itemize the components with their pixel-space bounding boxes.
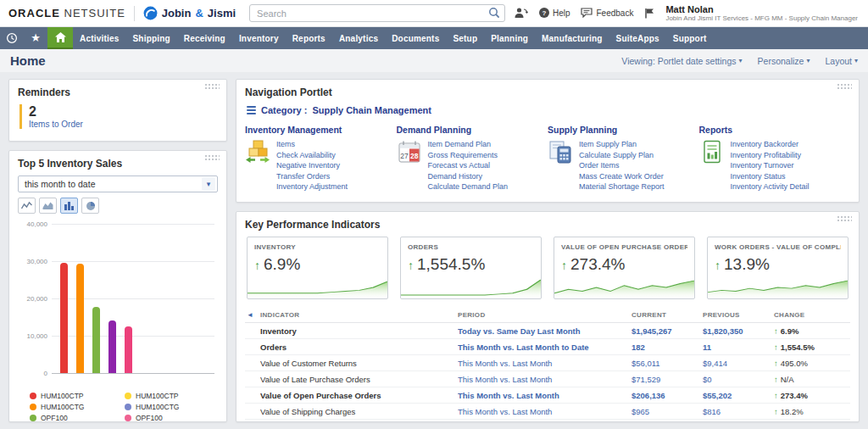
- home-icon: [55, 32, 66, 42]
- portlet-drag-handle[interactable]: [837, 83, 852, 89]
- chart-type-buttons: [18, 198, 218, 214]
- nav-item-analytics[interactable]: Analytics: [332, 27, 385, 49]
- kpi-period-cell[interactable]: This Month vs. Last Month: [458, 420, 632, 423]
- kpi-previous-cell[interactable]: $85,180: [703, 420, 774, 423]
- kpi-current-cell[interactable]: $97,016: [632, 420, 703, 423]
- shortcuts-button[interactable]: ★: [24, 27, 47, 49]
- search-input[interactable]: [249, 4, 505, 22]
- nav-item-shipping[interactable]: Shipping: [125, 27, 176, 49]
- user-menu[interactable]: Matt Nolan Jobin And Jismi IT Services -…: [665, 4, 860, 23]
- nav-link[interactable]: Forecast vs Actual: [428, 160, 509, 171]
- nav-item-activities[interactable]: Activities: [73, 27, 125, 49]
- kpi-period-cell[interactable]: This Month vs. Last Month: [458, 404, 632, 420]
- nav-item-documents[interactable]: Documents: [385, 27, 446, 49]
- kpi-card[interactable]: INVENTORY↑6.9%: [247, 237, 388, 299]
- legend-label: HUM100CTP: [136, 392, 179, 400]
- kpi-previous-cell[interactable]: $9,414: [703, 355, 774, 371]
- chart-bar[interactable]: [108, 320, 116, 373]
- kpi-period-cell[interactable]: This Month vs. Last Month: [458, 371, 632, 387]
- recent-records-button[interactable]: [0, 27, 24, 49]
- kpi-previous-cell[interactable]: $816: [703, 404, 774, 420]
- nav-link[interactable]: Inventory Backorder: [731, 139, 810, 150]
- category-row[interactable]: Category : Supply Chain Management: [247, 104, 850, 116]
- chart-bar[interactable]: [76, 264, 84, 373]
- nav-link[interactable]: Inventory Status: [731, 171, 810, 182]
- nav-item-manufacturing[interactable]: Manufacturing: [535, 27, 609, 49]
- nav-link[interactable]: Inventory Turnover: [731, 160, 810, 171]
- date-range-select[interactable]: this month to date ▾: [18, 176, 218, 192]
- kpi-previous-cell[interactable]: $1,820,350: [703, 323, 774, 339]
- kpi-table-collapse-toggle[interactable]: ◄: [245, 308, 260, 323]
- line-chart-button[interactable]: [18, 198, 36, 214]
- nav-link[interactable]: Negative Inventory: [276, 160, 348, 171]
- kpi-current-cell[interactable]: $1,945,267: [632, 323, 703, 339]
- nav-link[interactable]: Item Demand Plan: [428, 139, 509, 150]
- kpi-period-cell[interactable]: This Month vs. Last Month: [458, 355, 632, 371]
- kpi-current-cell[interactable]: $56,011: [632, 355, 703, 371]
- kpi-sparkline: [554, 276, 694, 298]
- flag-icon[interactable]: [644, 8, 654, 19]
- nav-link[interactable]: Demand History: [428, 171, 509, 182]
- nav-link[interactable]: Inventory Activity Detail: [731, 181, 810, 192]
- nav-link[interactable]: Material Shortage Report: [579, 181, 665, 192]
- nav-item-receiving[interactable]: Receiving: [177, 27, 232, 49]
- nav-link[interactable]: Transfer Orders: [276, 171, 348, 182]
- help-button[interactable]: ? Help: [539, 8, 570, 18]
- kpi-current-cell[interactable]: 182: [632, 339, 703, 355]
- roles-icon[interactable]: [514, 7, 528, 20]
- kpi-card[interactable]: ORDERS↑1,554.5%: [400, 237, 542, 299]
- kpi-current-cell[interactable]: $965: [632, 404, 703, 420]
- kpi-previous-cell[interactable]: 11: [703, 339, 774, 355]
- nav-link[interactable]: Check Availability: [276, 150, 348, 161]
- kpi-change-cell: ↑N/A: [774, 371, 850, 387]
- nav-item-setup[interactable]: Setup: [446, 27, 484, 49]
- chart-bar[interactable]: [92, 307, 100, 373]
- nav-link[interactable]: Order Items: [579, 160, 665, 171]
- pie-chart-button[interactable]: [81, 198, 99, 214]
- kpi-portlet: Key Performance Indicators INVENTORY↑6.9…: [236, 211, 860, 422]
- layout-dropdown[interactable]: Layout ▾: [825, 56, 858, 66]
- nav-link[interactable]: Mass Create Work Order: [579, 171, 665, 182]
- chart-bar[interactable]: [60, 263, 68, 373]
- nav-item-support[interactable]: Support: [666, 27, 714, 49]
- kpi-current-cell[interactable]: $71,529: [632, 371, 703, 387]
- kpi-card-label: ORDERS: [408, 243, 534, 251]
- kpi-current-cell[interactable]: $206,136: [632, 387, 703, 404]
- nav-link[interactable]: Item Supply Plan: [579, 139, 665, 150]
- portlet-drag-handle[interactable]: [204, 83, 220, 89]
- items-to-order-link[interactable]: Items to Order: [29, 120, 218, 129]
- portlet-drag-handle[interactable]: [837, 215, 852, 221]
- nav-item-planning[interactable]: Planning: [484, 27, 535, 49]
- chart-bar[interactable]: [125, 326, 132, 373]
- nav-section-calculator: Supply PlanningItem Supply PlanCalculate…: [548, 120, 699, 192]
- nav-link[interactable]: Inventory Profitability: [731, 150, 810, 161]
- viewing-dropdown[interactable]: Viewing: Portlet date settings ▾: [621, 56, 742, 66]
- nav-link[interactable]: Items: [276, 139, 348, 150]
- kpi-card[interactable]: VALUE OF OPEN PURCHASE ORDERS↑273.4%: [554, 237, 695, 299]
- portlet-drag-handle[interactable]: [204, 154, 220, 160]
- viewing-label: Viewing: Portlet date settings: [621, 56, 736, 66]
- kpi-previous-cell[interactable]: $55,202: [703, 387, 774, 404]
- home-tab-active[interactable]: [47, 27, 73, 49]
- up-arrow-icon: ↑: [774, 359, 778, 368]
- kpi-card[interactable]: WORK ORDERS - VALUE OF COMPLETED↑13.9%: [707, 237, 849, 299]
- nav-link[interactable]: Inventory Adjustment: [276, 181, 348, 192]
- nav-link[interactable]: Calculate Supply Plan: [579, 150, 665, 161]
- search-icon[interactable]: [488, 7, 500, 19]
- feedback-button[interactable]: Feedback: [581, 8, 633, 18]
- nav-item-suiteapps[interactable]: SuiteApps: [609, 27, 666, 49]
- kpi-period-cell[interactable]: Today vs. Same Day Last Month: [458, 323, 632, 339]
- bar-chart-button[interactable]: [60, 198, 78, 214]
- reminder-item[interactable]: 2 Items to Order: [19, 104, 218, 129]
- personalize-dropdown[interactable]: Personalize ▾: [758, 56, 810, 66]
- area-chart-button[interactable]: [39, 198, 57, 214]
- nav-link[interactable]: Calculate Demand Plan: [428, 181, 509, 192]
- kpi-period-cell[interactable]: This Month vs. Last Month: [458, 387, 632, 404]
- nav-item-reports[interactable]: Reports: [286, 27, 332, 49]
- kpi-period-cell[interactable]: This Month vs. Last Month to Date: [458, 339, 632, 355]
- nav-link[interactable]: Gross Requirements: [428, 150, 509, 161]
- top-header: ORACLE NETSUITE Jobin&Jismi ? Help: [0, 0, 868, 27]
- kpi-previous-cell[interactable]: $0: [703, 371, 774, 387]
- reminders-portlet: Reminders 2 Items to Order: [8, 79, 227, 142]
- nav-item-inventory[interactable]: Inventory: [232, 27, 286, 49]
